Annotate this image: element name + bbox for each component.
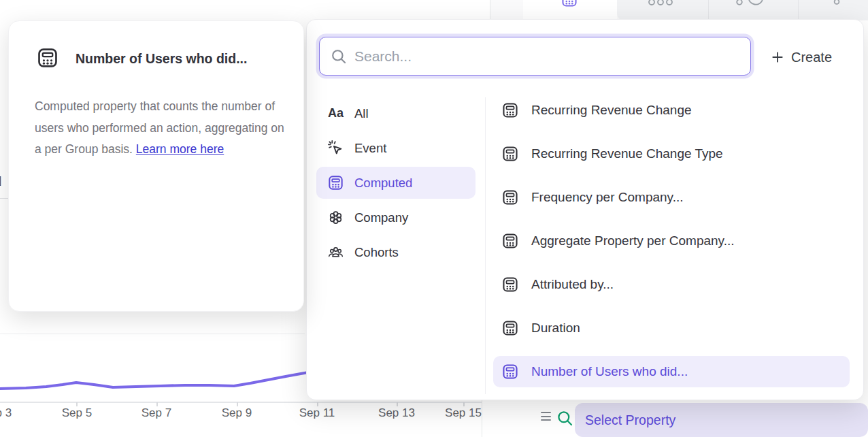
property-row-aggregate-property-per-company[interactable]: Aggregate Property per Company... [493,225,850,257]
learn-more-link[interactable]: Learn more here [136,142,224,156]
axis-label-sep9: Sep 9 [222,406,252,420]
report-tab-strip [490,0,868,20]
chart-line [0,371,316,389]
plus-icon [771,50,784,64]
tab-separator [798,0,799,20]
category-item-cohorts[interactable]: Cohorts [316,236,475,268]
property-label: Attributed by... [531,277,614,292]
chart-dots-icon[interactable] [647,0,674,7]
calculator-icon [501,101,519,119]
category-label: Company [354,210,408,225]
create-button[interactable]: Create [771,46,832,69]
property-label: Recurring Revenue Change Type [531,146,723,161]
select-property-label: Select Property [585,412,675,428]
event-click-icon [327,140,344,157]
calculator-icon [501,145,519,163]
calculator-icon [501,276,519,293]
property-label: Frequency per Company... [531,190,684,205]
company-cluster-icon [327,209,344,226]
category-label: All [354,106,369,121]
category-label: Computed [354,176,412,191]
axis-label-sep13: Sep 13 [378,406,415,420]
category-item-all[interactable]: Aa All [316,97,475,129]
tooltip-description: Computed property that counts the number… [35,96,288,161]
property-row-frequency-per-company[interactable]: Frequency per Company... [493,182,850,213]
create-button-label: Create [791,50,832,65]
menu-icon[interactable] [541,412,551,423]
calculator-icon [501,189,519,206]
axis-label-sep11: Sep 11 [299,406,335,420]
category-label: Event [354,141,386,156]
property-row-attributed-by[interactable]: Attributed by... [493,269,850,300]
dot-icon[interactable] [833,0,841,6]
tooltip-card: Number of Users who did... Computed prop… [8,20,304,312]
search-input[interactable] [354,37,750,75]
calculator-icon [501,363,519,381]
property-row-recurring-revenue-change-type[interactable]: Recurring Revenue Change Type [493,138,850,169]
property-label: Recurring Revenue Change [531,103,692,118]
properties-list: Recurring Revenue Change Recurring Reven… [493,95,850,387]
property-picker-dropdown: Create Aa All Event Computed Company Coh… [306,19,864,400]
category-item-event[interactable]: Event [316,132,475,164]
select-property-pill[interactable]: Select Property [575,403,868,437]
chart-panel-divider [0,334,305,334]
property-label: Duration [531,321,580,336]
category-column: Aa All Event Computed Company Cohorts [316,97,475,268]
search-box [319,37,751,76]
property-row-recurring-revenue-change[interactable]: Recurring Revenue Change [493,95,850,126]
retention-curve-icon[interactable] [735,0,767,7]
cohorts-people-icon [327,244,344,261]
tab-separator [708,0,709,20]
panel-border [482,400,482,437]
aa-text-icon: Aa [327,106,344,120]
category-item-company[interactable]: Company [316,201,475,233]
category-label: Cohorts [354,245,399,260]
axis-label-sep15: Sep 15 [445,406,482,420]
axis-label-sep3: Sep 3 [0,406,12,420]
axis-label-sep5: Sep 5 [62,406,92,420]
axis-label-sep7: Sep 7 [141,406,171,420]
column-divider [485,97,486,394]
calculator-icon [501,319,519,337]
property-label: Aggregate Property per Company... [531,233,735,248]
search-icon [330,48,348,65]
x-axis [0,402,482,403]
calculator-icon [327,174,344,191]
property-row-number-of-users-who-did[interactable]: Number of Users who did... [493,356,850,387]
app-root: ] Sep 3 Sep 5 Sep 7 Sep 9 Sep 11 Sep 13 … [0,0,868,437]
tooltip-title: Number of Users who did... [76,51,247,67]
category-item-computed[interactable]: Computed [316,167,475,199]
property-row-duration[interactable]: Duration [493,312,850,344]
calculator-icon [36,46,59,69]
property-label: Number of Users who did... [531,364,688,379]
calculator-icon [501,232,519,250]
search-icon[interactable] [556,409,574,427]
clipped-text-fragment: ] [0,174,1,186]
calculator-icon[interactable] [561,0,578,8]
